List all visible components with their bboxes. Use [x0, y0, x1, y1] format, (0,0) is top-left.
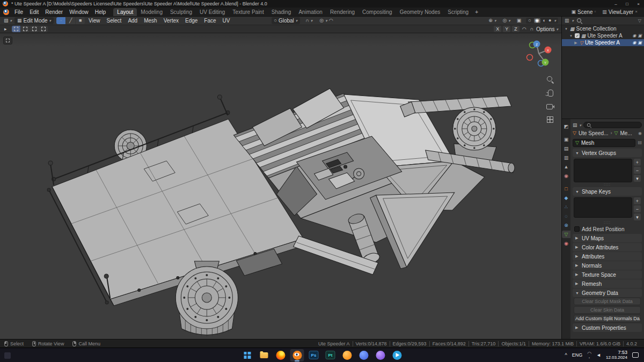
- orientation-dropdown[interactable]: ○ Global ▾: [272, 17, 301, 24]
- telegram-button[interactable]: [390, 349, 404, 361]
- system-clock[interactable]: 7:53 12.03.2024: [606, 350, 627, 360]
- panel-resize-grip[interactable]: ::::: [573, 220, 642, 225]
- firefox-button[interactable]: [274, 349, 288, 361]
- panel-vertex-groups[interactable]: ▼ Vertex Groups: [573, 149, 642, 157]
- shading-wireframe-icon[interactable]: ○: [528, 18, 531, 23]
- add-vertex-group-button[interactable]: +: [634, 159, 641, 166]
- wifi-icon[interactable]: ◠ •: [587, 351, 591, 359]
- blender-taskbar-button[interactable]: [290, 349, 304, 361]
- add-shape-key-button[interactable]: +: [634, 197, 641, 204]
- scene-selector[interactable]: ▣ Scene ▫: [568, 9, 599, 15]
- tab-constraints[interactable]: ⊗: [562, 221, 570, 229]
- workspace-tab-layout[interactable]: Layout: [113, 8, 137, 16]
- workspace-tab-uv-editing[interactable]: UV Editing: [196, 8, 229, 16]
- outliner-row-scene-collection[interactable]: ▾ ▦ Scene Collection: [562, 25, 644, 32]
- speeder-wireframe-model[interactable]: [0, 33, 561, 339]
- workspace-tab-scripting[interactable]: Scripting: [444, 8, 472, 16]
- vertex-group-specials-button[interactable]: ▾: [634, 175, 641, 182]
- select-extend-button[interactable]: [21, 26, 30, 32]
- viewport-menu-uv[interactable]: UV: [220, 18, 233, 24]
- hide-viewport-icon[interactable]: ◉: [632, 40, 636, 45]
- panel-geometry-data[interactable]: ▼ Geometry Data: [573, 289, 642, 297]
- select-subtract-button[interactable]: [30, 26, 39, 32]
- pin-icon[interactable]: ◉: [638, 131, 642, 136]
- language-indicator[interactable]: ENG: [572, 352, 583, 358]
- mesh-name-field[interactable]: ▽ Mesh: [573, 139, 635, 147]
- minimize-button[interactable]: –: [610, 0, 621, 8]
- start-button[interactable]: [240, 349, 254, 361]
- close-button[interactable]: ×: [633, 0, 644, 8]
- ortho-grid-icon[interactable]: [546, 115, 554, 124]
- tab-view-layer[interactable]: ▥: [562, 154, 570, 161]
- proportional-editing-toggle[interactable]: ◎ ▾ ◠: [318, 17, 334, 24]
- tab-object-data[interactable]: ▽: [562, 231, 570, 238]
- viewport-menu-face[interactable]: Face: [201, 18, 218, 24]
- clear-skin-data-button[interactable]: Clear Skin Data: [574, 306, 641, 314]
- taskbar-widget-icon[interactable]: [4, 352, 11, 359]
- outliner-editor-icon[interactable]: ▥: [565, 18, 569, 23]
- pan-hand-icon[interactable]: [546, 88, 554, 97]
- collection-checkbox[interactable]: ✓: [575, 33, 580, 38]
- blender-menu-icon[interactable]: [3, 9, 9, 15]
- vertex-groups-list[interactable]: [574, 159, 632, 182]
- tray-expand-icon[interactable]: ^: [565, 352, 567, 358]
- filter-icon[interactable]: ▽: [638, 19, 641, 23]
- overlays-toggle[interactable]: ◎ ▾: [501, 17, 511, 24]
- disable-render-icon[interactable]: ▣: [638, 40, 642, 45]
- active-tool-icon[interactable]: ▸: [3, 26, 8, 32]
- panel-texture-space[interactable]: ▶ Texture Space: [573, 270, 642, 279]
- falloff-options-icon[interactable]: ◠: [521, 26, 528, 32]
- menu-help[interactable]: Help: [92, 9, 109, 15]
- disable-render-icon[interactable]: ▣: [638, 33, 642, 38]
- workspace-tab-animation[interactable]: Animation: [295, 8, 326, 16]
- mirror-z-toggle[interactable]: Z: [512, 26, 519, 32]
- snap-toggle[interactable]: ∩ ▾: [304, 17, 314, 24]
- viewport-menu-select[interactable]: Select: [104, 18, 125, 24]
- panel-color-attributes[interactable]: ▶ Color Attributes: [573, 243, 642, 252]
- shape-keys-list[interactable]: [574, 197, 632, 218]
- panel-uv-maps[interactable]: ▶ UV Maps: [573, 234, 642, 242]
- breadcrumb-data[interactable]: Me...: [620, 130, 632, 136]
- workspace-tab-geometry-nodes[interactable]: Geometry Nodes: [396, 8, 444, 16]
- panel-shape-keys[interactable]: ▼ Shape Keys: [573, 187, 642, 196]
- tab-output[interactable]: ▤: [562, 145, 570, 152]
- shading-solid-icon[interactable]: ◉: [534, 18, 540, 23]
- toolbar-toggle-button[interactable]: [3, 36, 12, 45]
- show-gizmos-toggle[interactable]: ⊕ ▾: [487, 17, 497, 24]
- volume-icon[interactable]: ◄: [596, 353, 601, 358]
- vertex-select-button[interactable]: ∙: [56, 17, 65, 24]
- remove-viewlayer-icon[interactable]: ×: [635, 10, 638, 14]
- camera-view-icon[interactable]: [546, 102, 554, 110]
- tab-physics[interactable]: ◌: [562, 212, 570, 220]
- workspace-tab-modeling[interactable]: Modeling: [137, 8, 166, 16]
- outliner-row-object[interactable]: ▶ ▽ Ute Speeder A ◉ ▣: [562, 39, 644, 46]
- menu-window[interactable]: Window: [66, 9, 92, 15]
- expand-icon[interactable]: ▾: [569, 34, 573, 38]
- mirror-y-toggle[interactable]: Y: [503, 26, 510, 32]
- new-scene-icon[interactable]: ▫: [594, 10, 596, 14]
- add-rest-position-checkbox[interactable]: [574, 226, 580, 232]
- editor-type-button[interactable]: ▧ ▾: [2, 17, 13, 24]
- tab-scene[interactable]: ▲: [562, 163, 570, 171]
- panel-attributes[interactable]: ▶ Attributes: [573, 252, 642, 261]
- tab-modifiers[interactable]: ◆: [562, 194, 570, 202]
- workspace-tab-compositing[interactable]: Compositing: [358, 8, 396, 16]
- xray-toggle[interactable]: ▣: [515, 17, 523, 24]
- tab-render[interactable]: ▣: [562, 136, 570, 143]
- mirror-x-toggle[interactable]: X: [494, 26, 501, 32]
- file-explorer-button[interactable]: [257, 349, 271, 361]
- viewport-menu-vertex[interactable]: Vertex: [161, 18, 181, 24]
- app-orange-button[interactable]: [340, 349, 354, 361]
- properties-search-input[interactable]: [583, 122, 642, 128]
- app-purple-button[interactable]: [374, 349, 387, 361]
- zoom-icon[interactable]: [546, 75, 554, 84]
- viewlayer-selector[interactable]: ▥ ViewLayer ×: [599, 9, 641, 15]
- add-workspace-button[interactable]: +: [472, 8, 481, 16]
- mode-dropdown[interactable]: ▦ Edit Mode ▾: [14, 17, 54, 24]
- workspace-tab-shading[interactable]: Shading: [268, 8, 295, 16]
- search-icon[interactable]: [576, 18, 582, 24]
- viewport-menu-view[interactable]: View: [86, 18, 103, 24]
- expand-icon[interactable]: ▶: [574, 41, 578, 45]
- photoshop-button[interactable]: Ps: [307, 349, 321, 361]
- menu-render[interactable]: Render: [42, 9, 66, 15]
